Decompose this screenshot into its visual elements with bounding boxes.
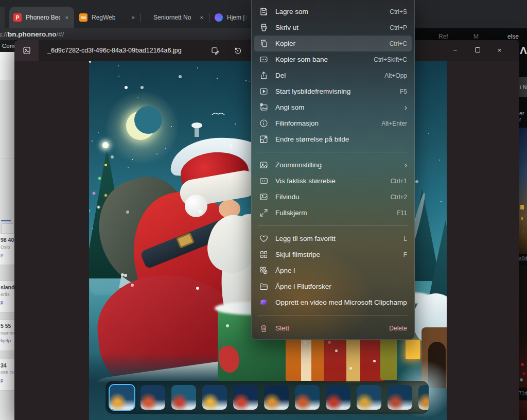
filmstrip-thumbnail-gingerbread-house[interactable] [388,385,412,410]
card-text-fragment: sland - [1,284,14,290]
menu-item-hide-filmstrip[interactable]: Skjul filmstripeF [254,247,412,262]
screen: Hvordan lage julekort med kunstig int Re… [0,0,527,420]
tab-close-icon[interactable]: × [199,14,205,21]
tab-divider [209,13,209,22]
background-page-right-edge: Λ i N er r a0d 71d [519,40,527,420]
menu-item-file-info[interactable]: FilinformasjonAlt+Enter [254,115,412,131]
browser-address-bar[interactable]: s://bn.phonero.no/#/ [0,28,252,40]
slideshow-icon [259,86,269,96]
tab-close-icon[interactable]: × [64,14,70,21]
text-fragment: er r [519,110,527,122]
filmstrip [106,381,429,414]
resize-icon [259,134,269,144]
card-text-fragment: 5 55 [1,323,14,329]
menu-item-copy[interactable]: KopierCtrl+C [254,36,412,51]
page-band [0,52,14,80]
menu-item-label: Åpne i Filutforsker [275,283,331,290]
filmstrip-thumbnail-winter-house[interactable] [357,385,381,410]
folder-icon [259,282,269,291]
card-link-fragment: p [1,299,14,305]
close-button[interactable]: × [488,42,511,58]
menu-item-open-explorer[interactable]: Åpne i Filutforsker [254,278,412,294]
menu-item-actual-size[interactable]: 1:1Vis faktisk størrelseCtrl+1 [254,173,412,189]
fullscreen-icon [259,208,269,218]
filename-fragment-top: a0d [519,256,527,261]
menu-separator [258,152,408,152]
card-text-fragment: Oslo [1,244,14,250]
filmstrip-thumbnail-santa-by-house[interactable] [110,385,134,410]
menu-item-label: Angi som [275,103,304,111]
filmstrip-thumbnail-santa-with-sack[interactable] [140,385,165,410]
santa-hat-pompom [185,195,207,217]
chimney [195,127,199,137]
filename-fragment-bottom: 71d [519,391,527,396]
minimize-button[interactable]: − [444,42,466,58]
save-icon [259,7,269,16]
filmstrip-thumbnail-snow-cottage[interactable] [295,385,320,410]
rotate-icon [233,46,242,55]
menu-item-save-as[interactable]: Lagre somCtrl+S [254,4,412,20]
menu-item-shortcut: Ctrl+P [390,24,407,31]
menu-item-zoom-setting[interactable]: Zoominnstilling› [254,157,412,173]
menu-item-fullscreen[interactable]: FullskjermF11 [254,205,412,221]
edit-image-button[interactable] [207,43,223,58]
menu-separator [258,315,408,316]
divider [0,158,14,159]
menu-item-label: Slett [275,324,289,332]
image-filename: _6d9c7282-cd3f-496c-84a3-09bad12164a6.jp… [47,40,182,61]
edit-image-icon [210,46,220,55]
card-text-fragment: 065 Os [1,370,14,375]
menu-item-clipchamp[interactable]: Opprett en video med Microsoft Clipchamp [254,294,412,310]
card-text-fragment: 34 [1,362,14,369]
menu-item-label: Kopier som bane [275,56,328,63]
clipchamp-icon [259,297,269,307]
menu-item-label: Filvindu [275,193,300,201]
info-icon [259,118,269,128]
submenu-chevron-icon: › [405,104,407,111]
filmstrip-thumbnail-night-village[interactable] [264,385,289,410]
menu-item-delete[interactable]: SlettDelete [254,320,412,336]
rotate-button[interactable] [230,43,245,58]
tab-label: RegWeb [92,14,115,21]
trash-icon [259,323,269,333]
maximize-button[interactable] [466,42,488,58]
menu-item-label: Lagre som [275,8,308,15]
browser-tab-phonero-bedri[interactable]: PPhonero Bedri× [9,7,74,28]
menu-item-shortcut: Ctrl+S [390,8,407,15]
one-to-one-icon: 1:1 [259,176,269,186]
browser-tab-hjem-m[interactable]: Hjem | M [210,7,251,28]
menu-item-slideshow[interactable]: Start lysbildefremvisningF5 [254,83,412,99]
url-scheme: s:// [0,30,8,38]
menu-item-set-as[interactable]: Angi som› [254,99,412,115]
browser-tab-regweb[interactable]: RWRegWeb× [75,7,140,28]
filmstrip-thumbnail-santa-village[interactable] [233,385,258,410]
menu-item-label: Åpne i [275,267,295,274]
menu-item-open-in[interactable]: Åpne i [254,262,412,278]
card-link-fragment: p [1,377,14,383]
active-tab-underline-fragment [1,220,11,221]
filmstrip-thumbnail-lit-cottage[interactable] [202,385,227,410]
chimney-snow-cap [191,122,202,128]
menu-item-shortcut: Ctrl+C [390,40,407,47]
menu-item-copy-as-path[interactable]: Kopier som baneCtrl+Skift+C [254,51,412,67]
filmstrip-thumbnail-santa-gifts[interactable] [171,385,196,410]
menu-item-resize-image[interactable]: Endre størrelse på bilde [254,131,412,147]
tab-label: Phonero Bedri [26,14,60,21]
menu-item-shortcut: F5 [400,88,407,95]
grid-icon [259,250,269,259]
menu-item-favorite[interactable]: Legg til som favorittL [254,231,412,247]
image-view-button[interactable] [14,40,39,61]
browser-tab-seniornett-no[interactable]: Seniornett No× [142,7,209,28]
tab-close-icon[interactable]: × [130,14,136,21]
menu-item-share[interactable]: DelAlt+Opp [254,67,412,83]
menu-item-print[interactable]: Skriv utCtrl+P [254,20,412,36]
filmstrip-thumbnail-gnome-scene[interactable] [326,385,350,410]
filmstrip-thumbnail-forest-scene[interactable] [418,385,429,410]
menu-item-file-window[interactable]: FilvinduCtrl+2 [254,189,412,205]
menu-item-shortcut: Alt+Enter [381,120,407,127]
bing-text-fragment-m: M [473,33,479,40]
card-text-fragment: namme [1,330,14,336]
set-as-icon [259,102,269,112]
menu-item-shortcut: Alt+Opp [384,72,407,79]
menu-separator [258,225,408,226]
